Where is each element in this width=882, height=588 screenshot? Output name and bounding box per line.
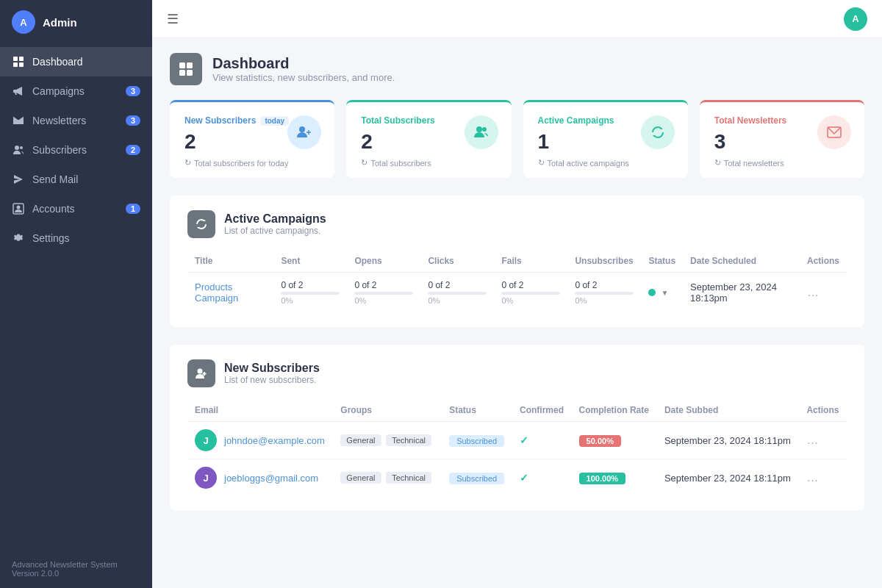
groups-cell-1: General Technical [333,459,442,497]
group-tag-general-1: General [340,472,381,484]
subscriber-status-0: Subscribed [449,435,504,447]
active-campaigns-header: Active Campaigns List of active campaign… [187,210,847,238]
col-sent: Sent [273,250,347,273]
svg-rect-13 [187,70,193,76]
svg-rect-2 [13,62,18,67]
stat-icon-new-subscribers [287,115,321,149]
email-cell-1: J joebloggs@gmail.com [195,467,326,489]
page-content: Dashboard View statistics, new subscribe… [152,38,882,543]
date-subbed-0: September 23, 2024 18:11pm [657,422,800,459]
page-title: Dashboard [212,55,395,72]
gear-icon [12,232,25,245]
envelope-icon [12,114,25,127]
sidebar-item-dashboard[interactable]: Dashboard [0,47,152,76]
sidebar-item-subscribers[interactable]: Subscribers 2 [0,135,152,165]
col-actions: Actions [800,250,847,273]
group-tag-technical-0: Technical [386,434,431,446]
main-content: ☰ A Dashboard View statistics, new subsc… [152,0,882,588]
col-completion-rate: Completion Rate [572,399,657,422]
new-subscribers-section: New Subscribers List of new subscribers.… [170,345,864,511]
sidebar-admin-name: Admin [43,16,77,29]
new-subscribers-section-icon [187,359,215,387]
table-row: Products Campaign 0 of 2 0% 0 of 2 [187,273,847,313]
stat-card-new-subscribers: New Subscribers today 2 ↻ Total subscrib… [170,100,334,178]
new-subscribers-header: New Subscribers List of new subscribers. [187,359,847,387]
sidebar-item-send-mail[interactable]: Send Mail [0,165,152,194]
svg-rect-1 [19,57,24,61]
date-subbed-1: September 23, 2024 18:11pm [657,459,800,497]
active-campaigns-subtitle: List of active campaigns. [224,226,326,236]
active-campaigns-section: Active Campaigns List of active campaign… [170,196,864,327]
svg-point-16 [482,127,487,132]
stat-card-total-newsletters: Total Newsletters 3 ↻ Total newsletters [700,100,864,178]
subscribers-badge: 2 [126,145,140,155]
megaphone-icon [12,85,25,98]
clicks-cell: 0 of 2 0% [428,280,487,305]
col-confirmed: Confirmed [512,399,572,422]
newsletters-badge: 3 [126,115,140,126]
col-groups: Groups [333,399,442,422]
svg-point-14 [299,126,305,132]
active-campaigns-title-group: Active Campaigns List of active campaign… [224,212,326,236]
svg-point-18 [198,369,203,374]
stat-footer-total-newsletters: ↻ Total newsletters [714,158,850,168]
fails-cell: 0 of 2 0% [501,280,560,305]
date-scheduled-cell: September 23, 2024 18:13pm [683,273,800,313]
stat-badge-today: today [260,116,289,126]
svg-rect-11 [187,62,193,68]
stat-icon-total-newsletters [817,115,851,149]
new-subscribers-table: Email Groups Status Confirmed Completion… [187,399,847,496]
stat-footer-new-subscribers: ↻ Total subscribers for today [184,158,320,168]
sidebar-item-newsletters[interactable]: Newsletters 3 [0,106,152,135]
subscriber-avatar-1: J [195,467,217,489]
new-subscribers-subtitle: List of new subscribers. [224,375,320,385]
svg-point-9 [17,206,21,209]
svg-rect-10 [179,62,185,68]
opens-cell: 0 of 2 0% [354,280,413,305]
new-subscribers-title: New Subscribers [224,362,320,375]
sidebar-item-accounts-label: Accounts [32,203,75,215]
email-cell-0: J johndoe@example.com [195,429,326,451]
campaign-actions-button[interactable]: … [807,286,820,299]
stat-footer-active-campaigns: ↻ Total active campaigns [538,158,673,168]
page-header-icon [170,53,202,85]
confirmed-icon-1: ✓ [520,472,528,484]
col-date-subbed: Date Subbed [657,399,800,422]
stat-card-active-campaigns: Active Campaigns 1 ↻ Total active campai… [523,100,688,178]
sidebar-item-subscribers-label: Subscribers [32,144,87,156]
active-campaigns-title: Active Campaigns [224,212,326,226]
subscriber-actions-button-1[interactable]: … [806,471,820,484]
col-title: Title [187,250,273,273]
unsubscribes-cell: 0 of 2 0% [575,280,634,305]
status-arrow: ▼ [661,289,668,297]
sidebar-item-campaigns[interactable]: Campaigns 3 [0,76,152,106]
subscriber-email-0[interactable]: johndoe@example.com [224,435,325,446]
sidebar-header: A Admin [0,0,152,44]
subscriber-email-1[interactable]: joebloggs@gmail.com [224,473,318,484]
topbar: ☰ A [152,0,882,38]
footer-version: Version 2.0.0 [12,569,140,578]
subscriber-actions-button-0[interactable]: … [806,434,820,447]
stat-footer-total-subscribers: ↻ Total subscribers [361,158,496,168]
subscriber-avatar-0: J [195,429,217,451]
topbar-avatar[interactable]: A [844,7,867,31]
sidebar-item-campaigns-label: Campaigns [32,85,85,97]
sidebar-admin-avatar: A [12,10,35,34]
sidebar-item-accounts[interactable]: Accounts 1 [0,194,152,223]
active-campaigns-table: Title Sent Opens Clicks Fails Unsubscrib… [187,250,847,312]
col-fails: Fails [494,250,567,273]
campaign-title-link[interactable]: Products Campaign [195,282,238,304]
svg-point-15 [476,126,482,132]
stat-icon-total-subscribers [465,115,498,149]
svg-rect-0 [13,57,18,61]
accounts-badge: 1 [126,204,140,214]
col-status: Status [641,250,683,273]
sidebar-item-settings[interactable]: Settings [0,223,152,253]
sidebar-item-newsletters-label: Newsletters [32,115,86,126]
svg-point-6 [15,146,19,150]
users-icon [12,143,25,157]
status-dot [648,289,656,296]
sidebar: A Admin Dashboard Campaigns 3 Newsletter… [0,0,152,588]
completion-rate-0: 50.00% [579,435,621,447]
hamburger-icon[interactable]: ☰ [167,11,179,27]
